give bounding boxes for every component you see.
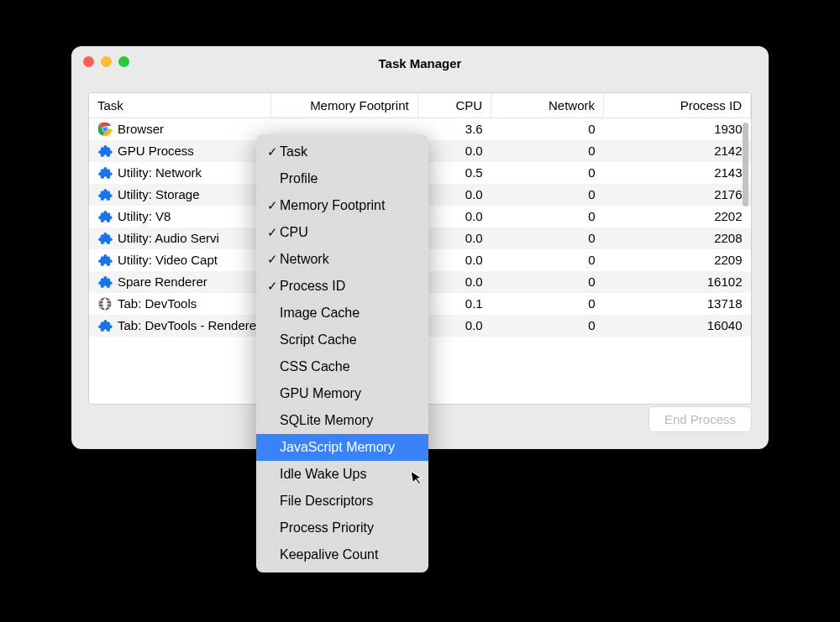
menu-item-label: CPU	[280, 225, 308, 240]
col-pid[interactable]: Process ID	[603, 93, 750, 118]
menu-item[interactable]: Keepalive Count	[256, 541, 428, 568]
task-name: Spare Renderer	[118, 274, 207, 289]
menu-item-label: Keepalive Count	[280, 547, 378, 562]
cell-cpu: 0.0	[417, 249, 491, 271]
menu-item[interactable]: Process Priority	[256, 515, 428, 541]
cell-network: 0	[491, 271, 604, 293]
footer: End Process	[648, 406, 752, 432]
globe-icon	[97, 296, 113, 311]
col-memory[interactable]: Memory Footprint	[270, 93, 417, 118]
task-name: Utility: V8	[118, 209, 171, 223]
menu-item[interactable]: ✓CPU	[256, 219, 428, 246]
task-name: Utility: Network	[118, 165, 202, 180]
menu-item-label: GPU Memory	[280, 386, 361, 401]
check-icon: ✓	[265, 225, 280, 240]
menu-item-label: Profile	[280, 171, 318, 186]
scrollbar-thumb[interactable]	[743, 123, 748, 206]
menu-item-label: Process Priority	[280, 520, 374, 536]
cell-pid: 16040	[603, 315, 750, 337]
cell-pid: 2208	[603, 227, 750, 249]
window-controls	[83, 56, 129, 67]
check-icon: ✓	[265, 252, 280, 267]
cell-cpu: 0.0	[417, 184, 491, 206]
ext-icon	[97, 165, 113, 180]
cell-network: 0	[491, 140, 604, 162]
ext-icon	[97, 318, 113, 333]
menu-item[interactable]: ✓Memory Footprint	[256, 192, 428, 219]
chrome-icon	[97, 122, 113, 137]
menu-item-label: Network	[280, 252, 329, 267]
menu-item-label: Memory Footprint	[280, 198, 385, 213]
menu-item-label: SQLite Memory	[280, 413, 373, 428]
window-title: Task Manager	[71, 56, 769, 71]
cell-pid: 2176	[603, 184, 750, 206]
cell-cpu: 0.0	[417, 315, 491, 337]
menu-item[interactable]: GPU Memory	[256, 380, 428, 407]
cell-cpu: 0.0	[417, 227, 491, 249]
cell-cpu: 0.0	[417, 271, 491, 293]
task-name: GPU Process	[118, 144, 194, 158]
titlebar: Task Manager	[71, 46, 769, 80]
menu-item[interactable]: ✓Network	[256, 246, 428, 273]
cell-pid: 16102	[603, 271, 750, 293]
minimize-icon[interactable]	[101, 56, 112, 67]
menu-item[interactable]: Image Cache	[256, 300, 428, 327]
ext-icon	[97, 144, 113, 159]
cell-pid: 2142	[603, 140, 750, 162]
cell-cpu: 0.5	[417, 162, 491, 184]
menu-item[interactable]: SQLite Memory	[256, 407, 428, 434]
ext-icon	[97, 187, 113, 202]
menu-item-label: Process ID	[280, 279, 345, 294]
menu-item-label: Idle Wake Ups	[280, 467, 366, 482]
cell-network: 0	[491, 184, 604, 206]
menu-item-label: Script Cache	[280, 332, 357, 348]
cell-pid: 2209	[603, 249, 750, 271]
cell-cpu: 0.1	[417, 293, 491, 315]
menu-item[interactable]: Idle Wake Ups	[256, 461, 428, 488]
task-name: Utility: Audio Servi	[118, 231, 219, 245]
ext-icon	[97, 209, 113, 224]
ext-icon	[97, 231, 113, 246]
menu-item[interactable]: CSS Cache	[256, 353, 428, 380]
cell-cpu: 3.6	[417, 118, 491, 140]
col-cpu[interactable]: CPU	[417, 93, 491, 118]
menu-item[interactable]: JavaScript Memory	[256, 434, 428, 461]
cell-network: 0	[491, 162, 604, 184]
table-header-row: Task Memory Footprint CPU Network Proces…	[89, 93, 751, 118]
menu-item-label: Task	[280, 144, 307, 159]
check-icon: ✓	[265, 144, 280, 159]
end-process-button[interactable]: End Process	[648, 406, 752, 432]
cell-network: 0	[491, 227, 604, 249]
menu-item-label: CSS Cache	[280, 359, 350, 374]
menu-item[interactable]: ✓Task	[256, 139, 428, 165]
task-name: Utility: Storage	[118, 187, 200, 201]
cell-cpu: 0.0	[417, 140, 491, 162]
task-name: Tab: DevTools	[118, 296, 197, 311]
menu-item-label: Image Cache	[280, 306, 360, 321]
cell-network: 0	[491, 315, 604, 337]
menu-item[interactable]: Profile	[256, 165, 428, 192]
cell-pid: 1930	[603, 118, 750, 140]
menu-item[interactable]: Script Cache	[256, 327, 428, 353]
menu-item-label: File Descriptors	[280, 494, 373, 509]
cell-network: 0	[491, 118, 604, 140]
menu-item[interactable]: ✓Process ID	[256, 273, 428, 300]
col-network[interactable]: Network	[491, 93, 604, 118]
task-name: Browser	[118, 122, 164, 136]
task-name: Tab: DevTools - Renderer	[118, 318, 260, 332]
menu-item-label: JavaScript Memory	[280, 440, 395, 455]
cell-pid: 2143	[603, 162, 750, 184]
ext-icon	[97, 274, 113, 290]
check-icon: ✓	[265, 198, 280, 213]
cell-network: 0	[491, 249, 604, 271]
col-task[interactable]: Task	[89, 93, 270, 118]
close-icon[interactable]	[83, 56, 94, 67]
cell-pid: 13718	[603, 293, 750, 315]
zoom-icon[interactable]	[118, 56, 129, 67]
cell-network: 0	[491, 206, 604, 227]
column-context-menu[interactable]: ✓TaskProfile✓Memory Footprint✓CPU✓Networ…	[256, 134, 428, 572]
task-name: Utility: Video Capt	[118, 253, 218, 267]
menu-item[interactable]: File Descriptors	[256, 488, 428, 515]
cell-network: 0	[491, 293, 604, 315]
svg-point-3	[103, 127, 108, 131]
